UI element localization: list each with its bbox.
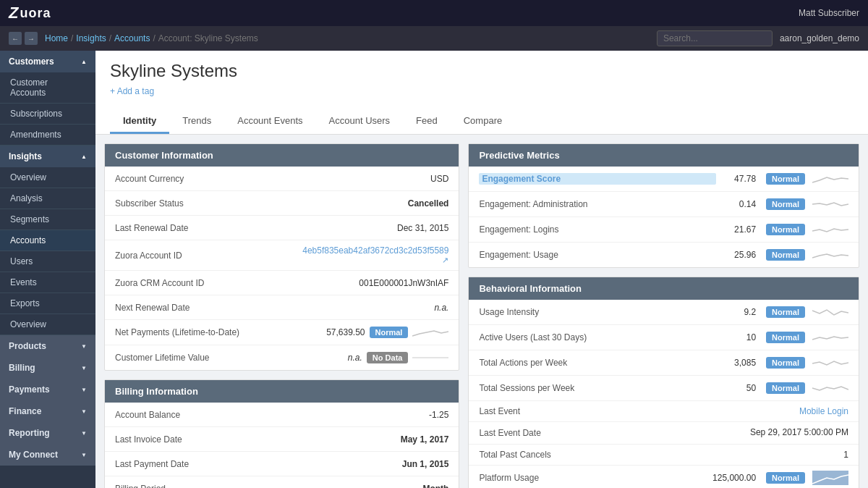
controls-engagement-usage: Normal (762, 248, 848, 262)
tab-trends[interactable]: Trends (169, 109, 224, 134)
value-last-payment: Jun 1, 2015 (402, 459, 449, 469)
chevron-icon-products: ▼ (81, 343, 87, 350)
sidebar-customers[interactable]: Customers ▲ (0, 51, 95, 72)
add-tag-link[interactable]: + Add a tag (110, 86, 154, 96)
sidebar-insights[interactable]: Insights ▲ (0, 146, 95, 167)
chart-engagement-admin (812, 197, 848, 211)
value-zuora-account-id[interactable]: 4eb5f835eab42af3672cd3c2d53f5589 (302, 245, 448, 256)
label-zuora-account-id: Zuora Account ID (115, 251, 302, 261)
value-usage-intensity: 9.2 (716, 307, 756, 317)
badge-engagement-admin: Normal (766, 198, 805, 210)
row-total-actions: Total Actions per Week 3,085 Normal (469, 350, 859, 376)
sidebar-item-subscriptions[interactable]: Subscriptions (0, 104, 95, 125)
predictive-metrics-header: Predictive Metrics (469, 144, 859, 167)
sidebar-products[interactable]: Products ▼ (0, 335, 95, 357)
sidebar-item-events[interactable]: Events (0, 272, 95, 293)
label-total-past-cancels: Total Past Cancels (479, 450, 809, 460)
chevron-icon-insights: ▲ (81, 153, 87, 160)
chart-engagement-score (812, 172, 848, 186)
user-account: aaron_golden_demo (780, 33, 859, 43)
tab-account-events[interactable]: Account Events (224, 109, 315, 134)
row-last-invoice: Last Invoice Date May 1, 2017 (105, 427, 459, 452)
badge-total-sessions: Normal (766, 382, 805, 394)
value-account-currency: USD (430, 174, 448, 184)
svg-rect-0 (812, 471, 848, 485)
back-button[interactable]: ← (9, 32, 22, 45)
nav-arrows[interactable]: ← → (9, 32, 38, 45)
row-engagement-usage: Engagement: Usage 25.96 Normal (469, 243, 859, 267)
tab-identity[interactable]: Identity (110, 109, 169, 134)
tab-compare[interactable]: Compare (451, 109, 515, 134)
label-active-users: Active Users (Last 30 Days) (479, 332, 716, 342)
label-last-invoice: Last Invoice Date (115, 434, 401, 445)
label-total-actions: Total Actions per Week (479, 358, 716, 368)
predictive-metrics-body: Engagement Score 47.78 Normal Engagement… (469, 167, 859, 267)
content-area: Skyline Systems + Add a tag Identity Tre… (95, 51, 868, 488)
badge-engagement-usage: Normal (766, 249, 805, 261)
chart-active-users (812, 330, 848, 345)
chart-engagement-logins (812, 222, 848, 237)
customer-info-header: Customer Information (105, 144, 459, 167)
value-total-actions: 3,085 (716, 358, 756, 368)
logo-z: Z (9, 4, 18, 22)
sidebar-item-exports[interactable]: Exports (0, 293, 95, 314)
sidebar-item-accounts[interactable]: Accounts (0, 230, 95, 251)
tab-feed[interactable]: Feed (403, 109, 451, 134)
forward-button[interactable]: → (25, 32, 38, 45)
sidebar-item-overview2[interactable]: Overview (0, 314, 95, 335)
label-usage-intensity: Usage Intensity (479, 307, 716, 317)
value-total-past-cancels: 1 (809, 450, 848, 460)
user-name: Matt Subscriber (799, 8, 859, 18)
value-net-payments: 57,639.50 (326, 327, 365, 337)
label-engagement-admin: Engagement: Administration (479, 199, 716, 209)
logo-text: uora (20, 6, 51, 21)
sidebar-payments[interactable]: Payments ▼ (0, 379, 95, 400)
sidebar-item-customer-accounts[interactable]: Customer Accounts (0, 72, 95, 104)
label-last-event: Last Event (479, 406, 799, 416)
chart-total-sessions (812, 381, 848, 395)
page-title: Skyline Systems (110, 61, 854, 81)
sidebar-item-overview[interactable]: Overview (0, 167, 95, 188)
customer-info-card: Customer Information Account Currency US… (104, 143, 459, 371)
row-account-currency: Account Currency USD (105, 167, 459, 191)
label-customer-ltv: Customer Lifetime Value (115, 353, 348, 363)
controls-total-actions: Normal (762, 356, 848, 370)
sidebar-item-analysis[interactable]: Analysis (0, 188, 95, 209)
label-platform-usage: Platform Usage (479, 473, 712, 483)
value-engagement-logins: 21.67 (716, 224, 756, 235)
sidebar-item-users[interactable]: Users (0, 251, 95, 272)
tab-account-users[interactable]: Account Users (316, 109, 404, 134)
sidebar-finance[interactable]: Finance ▼ (0, 400, 95, 422)
value-billing-period: Month (422, 484, 448, 489)
controls-platform-usage: Normal (762, 471, 848, 485)
badge-platform-usage: Normal (766, 472, 805, 484)
breadcrumb-accounts[interactable]: Accounts (114, 33, 150, 43)
value-last-event[interactable]: Mobile Login (799, 406, 848, 416)
chevron-icon-billing: ▼ (81, 365, 87, 371)
sidebar-billing[interactable]: Billing ▼ (0, 357, 95, 379)
sidebar-reporting[interactable]: Reporting ▼ (0, 422, 95, 444)
value-platform-usage: 125,000.00 (712, 473, 756, 483)
row-next-renewal: Next Renewal Date n.a. (105, 295, 459, 320)
search-input[interactable] (657, 30, 773, 46)
badge-engagement-score: Normal (766, 173, 805, 185)
right-column: Predictive Metrics Engagement Score 47.7… (468, 143, 859, 488)
chart-engagement-usage (812, 248, 848, 262)
predictive-metrics-card: Predictive Metrics Engagement Score 47.7… (468, 143, 859, 268)
row-total-sessions: Total Sessions per Week 50 Normal (469, 376, 859, 401)
chevron-icon-finance: ▼ (81, 408, 87, 415)
sidebar-myconnect[interactable]: My Connect ▼ (0, 444, 95, 466)
behavioral-info-body: Usage Intensity 9.2 Normal Active Users … (469, 300, 859, 488)
controls-total-sessions: Normal (762, 381, 848, 395)
row-last-renewal: Last Renewal Date Dec 31, 2015 (105, 216, 459, 240)
breadcrumb-home[interactable]: Home (45, 33, 68, 43)
breadcrumb-insights[interactable]: Insights (76, 33, 106, 43)
sidebar-item-amendments[interactable]: Amendments (0, 125, 95, 146)
main-layout: Customers ▲ Customer Accounts Subscripti… (0, 51, 868, 488)
value-last-event-date: Sep 29, 2017 5:00:00 PM (750, 427, 848, 439)
label-engagement-score: Engagement Score (479, 173, 716, 185)
row-total-past-cancels: Total Past Cancels 1 (469, 445, 859, 466)
sidebar-item-segments[interactable]: Segments (0, 209, 95, 230)
label-next-renewal: Next Renewal Date (115, 303, 434, 313)
value-last-invoice: May 1, 2017 (401, 434, 449, 445)
